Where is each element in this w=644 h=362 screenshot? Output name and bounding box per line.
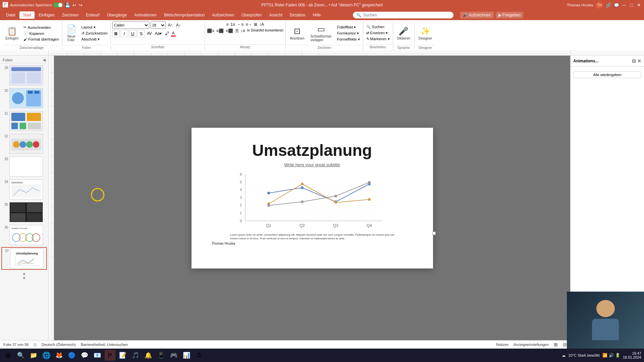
slide-item-36[interactable]: 36 Spielplan Konzept <box>1 224 47 246</box>
taskbar-media-btn[interactable]: 🎵 <box>130 350 141 361</box>
column-btn[interactable]: ⊞ <box>253 21 258 27</box>
clock[interactable]: 16:47 18.01.2024 <box>623 351 641 359</box>
taskbar-firefox-btn[interactable]: 🦊 <box>54 350 64 361</box>
present-btn[interactable]: ▶ Freigeben <box>496 12 523 18</box>
menu-entwurf[interactable]: Entwurf <box>83 11 103 19</box>
taskbar-outlook-btn[interactable]: 📧 <box>92 350 103 361</box>
highlight-btn[interactable]: 🖍 <box>164 31 170 36</box>
selection-handle[interactable] <box>432 232 436 235</box>
taskbar-teams-btn[interactable]: 💬 <box>79 350 90 361</box>
font-shrink-btn[interactable]: A↓ <box>175 22 182 28</box>
autosave-switch[interactable] <box>53 3 63 7</box>
slide-item-32[interactable]: 32 <box>1 133 47 155</box>
menu-zeichnen[interactable]: Zeichnen <box>59 11 82 19</box>
slide-item-33[interactable]: 33 <box>1 156 47 177</box>
slide-settings-btn[interactable]: Anzeigeeinstellungen <box>514 343 549 347</box>
close-btn[interactable]: ✕ <box>637 3 641 7</box>
strikethrough-btn[interactable]: S <box>138 30 145 37</box>
slide-title[interactable]: Umsatzplanung <box>252 141 372 160</box>
slide-item-34[interactable]: 34 Dashboard <box>1 179 47 200</box>
save-icon[interactable]: 💾 <box>65 2 70 8</box>
btn-designer[interactable]: ✨ Designer <box>416 21 435 45</box>
language-indicator[interactable]: Deutsch (Österreich) <box>42 343 75 347</box>
maximize-btn[interactable]: □ <box>629 3 634 7</box>
btn-effekte[interactable]: Formeffekte ▾ <box>335 37 362 42</box>
minimize-btn[interactable]: ─ <box>622 3 627 7</box>
align-right-btn[interactable]: ≡⬛ <box>225 28 234 34</box>
btn-ausschneiden[interactable]: ✂ Ausschneiden <box>22 24 60 30</box>
taskbar-powerpoint-btn[interactable]: P <box>105 350 115 361</box>
text-direction-btn[interactable]: ↕A <box>259 21 265 27</box>
play-all-btn[interactable]: Alle wiedergeben <box>573 71 641 78</box>
align-justify-btn[interactable]: ☰ <box>234 28 239 34</box>
menu-dictation[interactable]: Dictation <box>286 11 309 19</box>
btn-einfuegen[interactable]: 📋 Einfügen <box>3 21 21 45</box>
align-center-btn[interactable]: ≡⬛ <box>216 28 224 34</box>
smartart-btn[interactable]: In SmartArt konvertieren <box>247 28 284 34</box>
taskbar-onenote-btn[interactable]: 📝 <box>117 350 128 361</box>
btn-format[interactable]: 🖌 Format übertragen <box>22 37 60 42</box>
taskbar-app5-btn[interactable]: 🗓 <box>194 350 205 361</box>
scroll-down-btn[interactable]: ▼ <box>22 276 26 281</box>
slide-item-37[interactable]: 37 Umsatzplanung <box>1 247 47 270</box>
menu-aufzeichnen[interactable]: Aufzeichnen <box>209 11 237 19</box>
slide-subtitle[interactable]: Write here your great subtitle <box>284 162 340 167</box>
italic-btn[interactable]: I <box>121 30 128 37</box>
menu-bildschirm[interactable]: Bildschirmpräsentation <box>161 11 208 19</box>
taskbar-files-btn[interactable]: 📁 <box>28 350 39 361</box>
taskbar-app3-btn[interactable]: 📱 <box>156 350 166 361</box>
font-size-select[interactable]: 28 <box>151 21 166 29</box>
search-box[interactable]: 🔍 <box>353 12 453 18</box>
taskbar-start-btn[interactable]: ⊞ <box>3 350 13 361</box>
taskbar-app2-btn[interactable]: 🔔 <box>143 350 154 361</box>
share-icon[interactable]: 🔗 <box>606 3 611 8</box>
redo-icon[interactable]: ↪ <box>78 2 83 8</box>
record-btn[interactable]: 🎤 Aufzeichnen <box>460 12 494 18</box>
search-input[interactable] <box>363 13 450 17</box>
menu-ueberpruefen[interactable]: Überprüfen <box>238 11 265 19</box>
slide-item-30[interactable]: 30 <box>1 87 47 109</box>
btn-zuruecksetzen[interactable]: ↺ Zurücksetzen <box>80 31 109 36</box>
menu-ansicht[interactable]: Ansicht <box>266 11 285 19</box>
slide-item-29[interactable]: 29 <box>1 65 47 86</box>
autosave-toggle[interactable]: Automatisches Speichern <box>10 3 63 7</box>
btn-schnellformate[interactable]: ▭ Schnellformat-vorlagen <box>308 21 335 45</box>
taskbar-edge-btn[interactable]: 🌐 <box>41 350 52 361</box>
menu-animationen[interactable]: Animationen <box>131 11 160 19</box>
system-tray[interactable]: 📶 🔊 🔋 <box>602 353 620 358</box>
list-bullet-btn[interactable]: ≡ <box>226 21 229 27</box>
btn-anordnen[interactable]: ⊡ Anordnen <box>287 21 307 45</box>
btn-fuellung[interactable]: Füllefffekt ▾ <box>335 24 362 30</box>
menu-einfuegen[interactable]: Einfügen <box>35 11 58 19</box>
slide-item-31[interactable]: 31 <box>1 110 47 132</box>
list-number-btn[interactable]: 1≡ <box>230 21 236 27</box>
taskbar-chrome-btn[interactable]: 🔵 <box>66 350 77 361</box>
btn-diktieren[interactable]: 🎤 Diktieren <box>394 21 413 45</box>
taskbar-search-btn[interactable]: 🔍 <box>15 350 26 361</box>
menu-start[interactable]: Start <box>19 11 35 19</box>
view-normal-btn[interactable]: ⊞ <box>554 342 558 347</box>
panel-collapse-btn[interactable]: ◀ <box>43 58 46 62</box>
slide-item-35[interactable]: 35 <box>1 201 47 223</box>
btn-kopieren[interactable]: 📄 Kopieren <box>22 31 60 36</box>
taskbar-excel-btn[interactable]: 📊 <box>181 350 192 361</box>
char-spacing-btn[interactable]: AV <box>146 31 153 36</box>
btn-markieren[interactable]: ✎ Markieren ▾ <box>365 36 391 42</box>
undo-icon[interactable]: ↩ <box>72 2 76 8</box>
btn-neue-folie[interactable]: 📄 NeueFolie <box>64 21 79 45</box>
scroll-up-btn[interactable]: ▲ <box>22 271 26 276</box>
view-sorter-btn[interactable]: ⊟ <box>563 342 567 347</box>
btn-ersetzen[interactable]: ⇄ Ersetzen ▾ <box>365 30 391 36</box>
align-left-btn[interactable]: ⬛≡ <box>206 28 215 34</box>
btn-layout[interactable]: Layout ▾ <box>80 24 109 30</box>
comments-icon[interactable]: 💬 <box>614 3 619 8</box>
animations-close-btn[interactable]: ✕ <box>637 58 641 64</box>
indent-more-btn[interactable]: ≡→ <box>245 21 253 27</box>
bold-btn[interactable]: B <box>112 30 120 37</box>
accessibility-indicator[interactable]: Barrierefreiheit: Untersuchen <box>81 343 128 347</box>
underline-btn[interactable]: U <box>129 30 137 37</box>
menu-hilfe[interactable]: Hilfe <box>309 11 324 19</box>
btn-abschnitt[interactable]: Abschnitt ▾ <box>80 37 109 42</box>
font-case-btn[interactable]: Aa▾ <box>154 31 163 36</box>
menu-uebergaenge[interactable]: Übergänge <box>104 11 130 19</box>
